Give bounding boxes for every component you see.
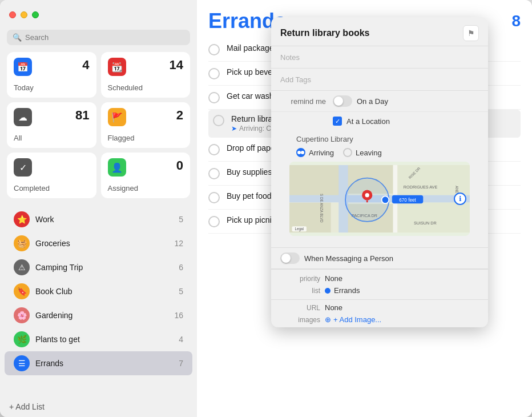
priority-value: None bbox=[325, 274, 479, 283]
detail-title: Return library books bbox=[280, 28, 369, 38]
priority-label: priority bbox=[280, 275, 320, 283]
sidebar-item-bookclub[interactable]: 🔖 Book Club 5 bbox=[5, 279, 192, 303]
flag-icon: ⚑ bbox=[467, 29, 475, 38]
camping-label: Camping Trip bbox=[35, 263, 173, 272]
groceries-icon: 🧺 bbox=[14, 235, 30, 251]
task-checkbox[interactable] bbox=[208, 92, 220, 103]
bookclub-count: 5 bbox=[179, 287, 183, 296]
add-list-label: + Add List bbox=[9, 402, 45, 411]
notes-section[interactable]: Notes bbox=[271, 46, 488, 69]
map-info-button[interactable]: ℹ bbox=[454, 193, 466, 205]
remind-me-row: remind me On a Day bbox=[271, 91, 488, 112]
flag-button[interactable]: ⚑ bbox=[463, 25, 479, 41]
remind-me-label: remind me bbox=[280, 97, 326, 106]
location-block: Cupertino Library Arriving Leaving bbox=[271, 133, 488, 248]
task-checkbox[interactable] bbox=[208, 168, 220, 179]
add-image-button[interactable]: ⊕ + Add Image... bbox=[325, 315, 479, 324]
add-list-button[interactable]: + Add List bbox=[0, 396, 197, 417]
list-value-row: Errands bbox=[325, 286, 479, 295]
gardening-label: Gardening bbox=[35, 311, 168, 320]
search-input[interactable] bbox=[25, 33, 184, 42]
svg-text:RODRIGUES AVE: RODRIGUES AVE bbox=[404, 185, 438, 190]
sidebar-item-work[interactable]: ⭐ Work 5 bbox=[5, 207, 192, 231]
location-arrow-icon: ➤ bbox=[231, 125, 237, 133]
arriving-radio-dot bbox=[296, 148, 305, 157]
smart-list-scheduled[interactable]: 📆 14 Scheduled bbox=[101, 52, 191, 98]
add-image-label: + Add Image... bbox=[333, 315, 381, 324]
sidebar-item-gardening[interactable]: 🌸 Gardening 16 bbox=[5, 303, 192, 327]
task-checkbox[interactable] bbox=[208, 44, 220, 55]
sidebar-item-errands[interactable]: ☰ Errands 7 bbox=[5, 351, 192, 375]
images-label: images bbox=[280, 316, 320, 324]
app-window: 🔍 📅 4 Today 📆 14 Scheduled ☁ 81 All bbox=[0, 0, 532, 417]
messaging-toggle[interactable] bbox=[280, 252, 300, 264]
plants-label: Plants to get bbox=[35, 335, 173, 344]
scheduled-count: 14 bbox=[170, 58, 183, 73]
svg-text:670 feet: 670 feet bbox=[399, 198, 416, 203]
smart-list-assigned[interactable]: 👤 0 Assigned bbox=[101, 153, 191, 198]
task-checkbox[interactable] bbox=[213, 115, 224, 126]
at-location-spacer bbox=[280, 117, 326, 118]
task-checkbox[interactable] bbox=[208, 192, 220, 203]
svg-text:Legal: Legal bbox=[295, 227, 304, 231]
close-button[interactable] bbox=[9, 11, 16, 18]
sidebar-item-plants[interactable]: 🌿 Plants to get 4 bbox=[5, 327, 192, 351]
gardening-icon: 🌸 bbox=[14, 307, 30, 323]
errands-icon: ☰ bbox=[14, 355, 30, 371]
remind-me-content: On a Day bbox=[333, 95, 479, 107]
smart-list-today[interactable]: 📅 4 Today bbox=[7, 52, 96, 98]
smart-list-completed[interactable]: ✓ Completed bbox=[7, 153, 96, 198]
detail-panel: Return library books ⚑ Notes Add Tags re… bbox=[271, 17, 488, 327]
task-checkbox[interactable] bbox=[208, 144, 220, 155]
maximize-button[interactable] bbox=[32, 11, 39, 18]
at-location-checkbox[interactable]: ✓ bbox=[333, 117, 342, 126]
arriving-label: Arriving bbox=[309, 149, 334, 157]
gardening-count: 16 bbox=[174, 311, 183, 320]
svg-text:SUISUN DR: SUISUN DR bbox=[414, 220, 437, 226]
assigned-label: Assigned bbox=[108, 184, 184, 193]
flagged-label: Flagged bbox=[108, 134, 184, 142]
leaving-radio-dot bbox=[343, 148, 352, 157]
groceries-label: Groceries bbox=[35, 239, 168, 248]
all-icon: ☁ bbox=[14, 108, 32, 126]
assigned-icon: 👤 bbox=[108, 158, 126, 177]
assigned-count: 0 bbox=[176, 158, 183, 173]
all-count: 81 bbox=[75, 108, 89, 123]
on-a-day-label: On a Day bbox=[357, 97, 388, 106]
map-svg: RODRIGUES AVE RISE DR S DE ANZA BLVD ANE… bbox=[289, 162, 470, 236]
camping-count: 6 bbox=[179, 263, 183, 272]
smart-lists: 📅 4 Today 📆 14 Scheduled ☁ 81 All 🚩 2 Fl… bbox=[0, 52, 197, 205]
map-container[interactable]: RODRIGUES AVE RISE DR S DE ANZA BLVD ANE… bbox=[289, 162, 470, 236]
svg-rect-1 bbox=[289, 165, 341, 196]
leaving-radio[interactable]: Leaving bbox=[343, 148, 382, 157]
at-location-check-row: ✓ At a Location bbox=[333, 117, 479, 126]
work-count: 5 bbox=[179, 215, 183, 224]
list-value: Errands bbox=[334, 286, 360, 295]
search-bar[interactable]: 🔍 bbox=[7, 30, 190, 45]
today-count: 4 bbox=[82, 58, 89, 73]
tags-section[interactable]: Add Tags bbox=[271, 69, 488, 91]
at-location-label: At a Location bbox=[346, 117, 390, 126]
sidebar-item-camping[interactable]: ⚠ Camping Trip 6 bbox=[5, 255, 192, 279]
leaving-label: Leaving bbox=[356, 149, 382, 157]
url-label: URL bbox=[280, 304, 320, 312]
arriving-radio[interactable]: Arriving bbox=[296, 148, 334, 157]
scheduled-label: Scheduled bbox=[108, 83, 184, 92]
smart-list-flagged[interactable]: 🚩 2 Flagged bbox=[101, 102, 191, 148]
main-content: Errands 8 Mail packages Pick up beverage… bbox=[197, 0, 532, 417]
arriving-leaving-group: Arriving Leaving bbox=[280, 148, 479, 157]
on-a-day-toggle[interactable] bbox=[333, 95, 352, 107]
sidebar-item-groceries[interactable]: 🧺 Groceries 12 bbox=[5, 231, 192, 255]
smart-list-all[interactable]: ☁ 81 All bbox=[7, 102, 96, 148]
errands-count: 7 bbox=[179, 359, 183, 368]
list-dot bbox=[325, 288, 331, 294]
minimize-button[interactable] bbox=[21, 11, 27, 18]
task-checkbox[interactable] bbox=[208, 68, 220, 79]
titlebar bbox=[0, 0, 197, 30]
url-grid: URL None images ⊕ + Add Image... bbox=[280, 303, 479, 324]
add-image-icon: ⊕ bbox=[325, 315, 331, 324]
scheduled-icon: 📆 bbox=[108, 58, 126, 76]
groceries-count: 12 bbox=[174, 239, 183, 248]
task-checkbox[interactable] bbox=[208, 216, 220, 227]
detail-header: Return library books ⚑ bbox=[271, 17, 488, 46]
